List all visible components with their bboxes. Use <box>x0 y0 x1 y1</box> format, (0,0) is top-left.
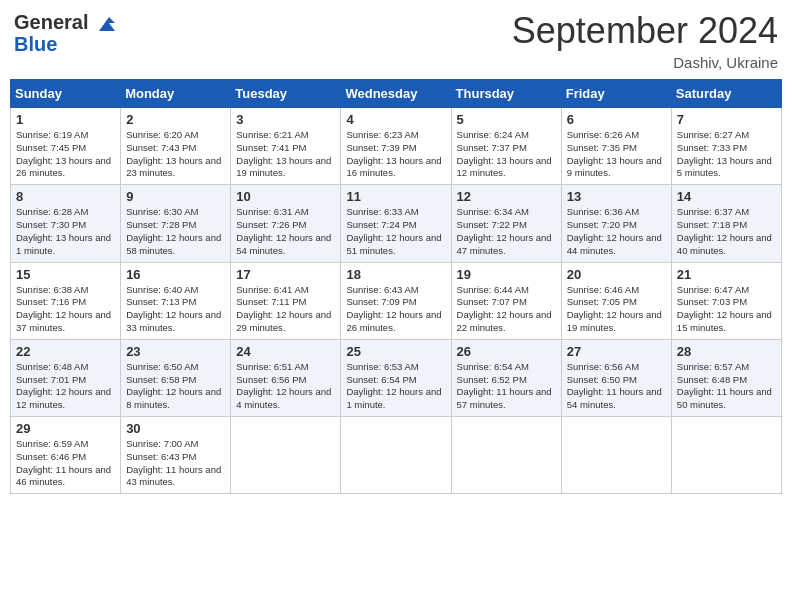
calendar-cell <box>561 417 671 494</box>
calendar-cell: 6Sunrise: 6:26 AMSunset: 7:35 PMDaylight… <box>561 108 671 185</box>
cell-info: Sunrise: 6:50 AMSunset: 6:58 PMDaylight:… <box>126 361 225 412</box>
logo: General Blue <box>14 10 117 56</box>
day-number: 19 <box>457 267 556 282</box>
day-number: 29 <box>16 421 115 436</box>
cell-info: Sunrise: 6:33 AMSunset: 7:24 PMDaylight:… <box>346 206 445 257</box>
calendar-cell: 25Sunrise: 6:53 AMSunset: 6:54 PMDayligh… <box>341 339 451 416</box>
cell-info: Sunrise: 6:38 AMSunset: 7:16 PMDaylight:… <box>16 284 115 335</box>
cell-info: Sunrise: 6:56 AMSunset: 6:50 PMDaylight:… <box>567 361 666 412</box>
cell-info: Sunrise: 6:36 AMSunset: 7:20 PMDaylight:… <box>567 206 666 257</box>
calendar-week-3: 15Sunrise: 6:38 AMSunset: 7:16 PMDayligh… <box>11 262 782 339</box>
calendar-table: SundayMondayTuesdayWednesdayThursdayFrid… <box>10 79 782 494</box>
day-number: 22 <box>16 344 115 359</box>
cell-info: Sunrise: 6:23 AMSunset: 7:39 PMDaylight:… <box>346 129 445 180</box>
day-number: 24 <box>236 344 335 359</box>
day-number: 11 <box>346 189 445 204</box>
calendar-header-row: SundayMondayTuesdayWednesdayThursdayFrid… <box>11 80 782 108</box>
calendar-cell: 23Sunrise: 6:50 AMSunset: 6:58 PMDayligh… <box>121 339 231 416</box>
day-number: 20 <box>567 267 666 282</box>
day-number: 8 <box>16 189 115 204</box>
cell-info: Sunrise: 6:47 AMSunset: 7:03 PMDaylight:… <box>677 284 776 335</box>
calendar-cell: 26Sunrise: 6:54 AMSunset: 6:52 PMDayligh… <box>451 339 561 416</box>
cell-info: Sunrise: 6:19 AMSunset: 7:45 PMDaylight:… <box>16 129 115 180</box>
col-header-tuesday: Tuesday <box>231 80 341 108</box>
col-header-friday: Friday <box>561 80 671 108</box>
calendar-cell: 10Sunrise: 6:31 AMSunset: 7:26 PMDayligh… <box>231 185 341 262</box>
day-number: 16 <box>126 267 225 282</box>
cell-info: Sunrise: 6:54 AMSunset: 6:52 PMDaylight:… <box>457 361 556 412</box>
cell-info: Sunrise: 6:53 AMSunset: 6:54 PMDaylight:… <box>346 361 445 412</box>
day-number: 26 <box>457 344 556 359</box>
logo-icon <box>95 13 117 35</box>
day-number: 28 <box>677 344 776 359</box>
cell-info: Sunrise: 6:59 AMSunset: 6:46 PMDaylight:… <box>16 438 115 489</box>
cell-info: Sunrise: 6:28 AMSunset: 7:30 PMDaylight:… <box>16 206 115 257</box>
calendar-cell: 22Sunrise: 6:48 AMSunset: 7:01 PMDayligh… <box>11 339 121 416</box>
svg-marker-0 <box>99 17 115 31</box>
day-number: 25 <box>346 344 445 359</box>
calendar-week-1: 1Sunrise: 6:19 AMSunset: 7:45 PMDaylight… <box>11 108 782 185</box>
day-number: 9 <box>126 189 225 204</box>
calendar-cell: 18Sunrise: 6:43 AMSunset: 7:09 PMDayligh… <box>341 262 451 339</box>
col-header-wednesday: Wednesday <box>341 80 451 108</box>
day-number: 5 <box>457 112 556 127</box>
month-title: September 2024 <box>512 10 778 52</box>
calendar-cell: 27Sunrise: 6:56 AMSunset: 6:50 PMDayligh… <box>561 339 671 416</box>
cell-info: Sunrise: 6:40 AMSunset: 7:13 PMDaylight:… <box>126 284 225 335</box>
calendar-cell: 4Sunrise: 6:23 AMSunset: 7:39 PMDaylight… <box>341 108 451 185</box>
calendar-cell: 16Sunrise: 6:40 AMSunset: 7:13 PMDayligh… <box>121 262 231 339</box>
cell-info: Sunrise: 6:43 AMSunset: 7:09 PMDaylight:… <box>346 284 445 335</box>
cell-info: Sunrise: 6:31 AMSunset: 7:26 PMDaylight:… <box>236 206 335 257</box>
calendar-cell: 12Sunrise: 6:34 AMSunset: 7:22 PMDayligh… <box>451 185 561 262</box>
cell-info: Sunrise: 6:26 AMSunset: 7:35 PMDaylight:… <box>567 129 666 180</box>
cell-info: Sunrise: 6:48 AMSunset: 7:01 PMDaylight:… <box>16 361 115 412</box>
calendar-cell: 21Sunrise: 6:47 AMSunset: 7:03 PMDayligh… <box>671 262 781 339</box>
location: Dashiv, Ukraine <box>512 54 778 71</box>
logo-general: General <box>14 11 88 33</box>
logo-blue: Blue <box>14 33 57 56</box>
day-number: 10 <box>236 189 335 204</box>
calendar-cell: 13Sunrise: 6:36 AMSunset: 7:20 PMDayligh… <box>561 185 671 262</box>
calendar-cell: 29Sunrise: 6:59 AMSunset: 6:46 PMDayligh… <box>11 417 121 494</box>
day-number: 27 <box>567 344 666 359</box>
day-number: 1 <box>16 112 115 127</box>
calendar-cell: 28Sunrise: 6:57 AMSunset: 6:48 PMDayligh… <box>671 339 781 416</box>
day-number: 7 <box>677 112 776 127</box>
calendar-cell: 2Sunrise: 6:20 AMSunset: 7:43 PMDaylight… <box>121 108 231 185</box>
cell-info: Sunrise: 6:46 AMSunset: 7:05 PMDaylight:… <box>567 284 666 335</box>
calendar-cell: 11Sunrise: 6:33 AMSunset: 7:24 PMDayligh… <box>341 185 451 262</box>
day-number: 21 <box>677 267 776 282</box>
day-number: 15 <box>16 267 115 282</box>
day-number: 4 <box>346 112 445 127</box>
cell-info: Sunrise: 7:00 AMSunset: 6:43 PMDaylight:… <box>126 438 225 489</box>
cell-info: Sunrise: 6:44 AMSunset: 7:07 PMDaylight:… <box>457 284 556 335</box>
calendar-week-5: 29Sunrise: 6:59 AMSunset: 6:46 PMDayligh… <box>11 417 782 494</box>
calendar-cell: 9Sunrise: 6:30 AMSunset: 7:28 PMDaylight… <box>121 185 231 262</box>
day-number: 18 <box>346 267 445 282</box>
calendar-cell: 19Sunrise: 6:44 AMSunset: 7:07 PMDayligh… <box>451 262 561 339</box>
title-block: September 2024 Dashiv, Ukraine <box>512 10 778 71</box>
cell-info: Sunrise: 6:20 AMSunset: 7:43 PMDaylight:… <box>126 129 225 180</box>
col-header-sunday: Sunday <box>11 80 121 108</box>
calendar-cell <box>341 417 451 494</box>
col-header-saturday: Saturday <box>671 80 781 108</box>
day-number: 17 <box>236 267 335 282</box>
day-number: 13 <box>567 189 666 204</box>
cell-info: Sunrise: 6:34 AMSunset: 7:22 PMDaylight:… <box>457 206 556 257</box>
calendar-cell: 30Sunrise: 7:00 AMSunset: 6:43 PMDayligh… <box>121 417 231 494</box>
calendar-cell <box>451 417 561 494</box>
cell-info: Sunrise: 6:24 AMSunset: 7:37 PMDaylight:… <box>457 129 556 180</box>
calendar-cell: 20Sunrise: 6:46 AMSunset: 7:05 PMDayligh… <box>561 262 671 339</box>
day-number: 6 <box>567 112 666 127</box>
day-number: 30 <box>126 421 225 436</box>
cell-info: Sunrise: 6:41 AMSunset: 7:11 PMDaylight:… <box>236 284 335 335</box>
day-number: 3 <box>236 112 335 127</box>
calendar-cell: 24Sunrise: 6:51 AMSunset: 6:56 PMDayligh… <box>231 339 341 416</box>
calendar-cell: 17Sunrise: 6:41 AMSunset: 7:11 PMDayligh… <box>231 262 341 339</box>
cell-info: Sunrise: 6:21 AMSunset: 7:41 PMDaylight:… <box>236 129 335 180</box>
calendar-cell <box>231 417 341 494</box>
calendar-cell <box>671 417 781 494</box>
col-header-thursday: Thursday <box>451 80 561 108</box>
calendar-cell: 15Sunrise: 6:38 AMSunset: 7:16 PMDayligh… <box>11 262 121 339</box>
calendar-week-2: 8Sunrise: 6:28 AMSunset: 7:30 PMDaylight… <box>11 185 782 262</box>
